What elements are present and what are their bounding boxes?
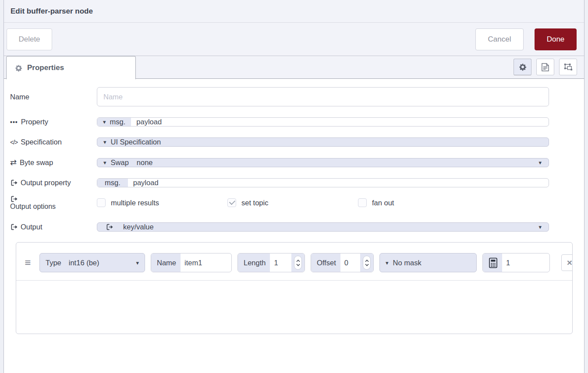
name-input[interactable]	[97, 87, 549, 106]
offset-spinner[interactable]	[360, 253, 373, 272]
sign-out-icon	[10, 223, 18, 231]
row-byte-swap: ⇄ Byte swap ▾ Swap none ▾	[10, 158, 584, 167]
property-label: ••• Property	[10, 118, 97, 126]
output-value: key/value	[123, 223, 154, 231]
remove-item-button[interactable]: ×	[561, 254, 573, 271]
close-icon: ×	[567, 257, 572, 268]
property-typedinput: ▾ msg. payload	[97, 117, 549, 127]
item-offset-field: Offset 0	[311, 253, 374, 272]
name-label: Name	[10, 93, 97, 101]
document-icon	[542, 63, 549, 71]
property-type-button[interactable]: ▾ msg.	[97, 118, 131, 126]
caret-down-icon: ▾	[103, 139, 106, 145]
set-topic-checkbox[interactable]	[227, 198, 236, 207]
row-name: Name	[10, 87, 584, 106]
gear-icon	[519, 63, 527, 71]
option-multiple-results: multiple results	[97, 198, 227, 207]
property-value-input[interactable]: payload	[131, 118, 167, 126]
code-icon: </>	[10, 139, 18, 146]
swap-arrows-icon: ⇄	[10, 158, 17, 167]
delete-button[interactable]: Delete	[7, 28, 52, 50]
item-scale-field: 1	[482, 253, 550, 272]
gear-icon	[15, 64, 22, 72]
caret-down-icon: ▾	[136, 260, 139, 266]
item-mask-value: No mask	[393, 259, 422, 267]
tab-properties[interactable]: Properties	[6, 56, 136, 79]
description-tool-button[interactable]	[536, 59, 554, 75]
chevron-down-icon	[296, 264, 300, 266]
sign-out-icon	[10, 195, 97, 203]
item-type-value: int16 (be)	[69, 259, 99, 267]
item-type-label: Type	[46, 259, 61, 267]
tab-tools	[514, 59, 577, 75]
output-options-label: Output options	[10, 195, 97, 211]
output-property-label: Output property	[10, 179, 97, 187]
item-offset-input[interactable]: 0	[340, 253, 360, 272]
item-name-input[interactable]: item1	[181, 253, 231, 272]
output-property-value-input[interactable]: payload	[128, 179, 164, 187]
option-set-topic: set topic	[227, 198, 358, 207]
appearance-tool-button[interactable]	[559, 59, 577, 75]
caret-down-icon: ▾	[538, 224, 542, 230]
item-length-input[interactable]: 1	[270, 253, 291, 272]
tray-header: Edit buffer-parser node	[4, 0, 584, 23]
byte-swap-value: none	[137, 158, 153, 167]
dialog-title: Edit buffer-parser node	[11, 7, 93, 16]
byte-swap-select[interactable]: ▾ Swap none ▾	[97, 158, 549, 167]
cancel-button[interactable]: Cancel	[475, 28, 524, 50]
fan-out-checkbox[interactable]	[358, 198, 367, 207]
items-list: ≡ Type int16 (be) ▾ Name item1 Length 1	[16, 242, 573, 334]
row-specification: </> Specification ▾ UI Specification	[10, 137, 584, 147]
byte-swap-label: ⇄ Byte swap	[10, 158, 97, 167]
multiple-results-checkbox[interactable]	[97, 198, 106, 207]
tab-bar: Properties	[4, 56, 584, 79]
tab-properties-label: Properties	[27, 63, 64, 72]
option-fan-out: fan out	[358, 198, 489, 207]
output-property-type-label: msg.	[105, 179, 120, 187]
item-scale-input[interactable]: 1	[502, 253, 549, 272]
sign-out-icon	[106, 223, 113, 231]
specification-select[interactable]: ▾ UI Specification	[97, 137, 549, 147]
caret-down-icon: ▾	[103, 160, 106, 165]
item-mask-select[interactable]: ▾ No mask	[379, 253, 477, 272]
length-spinner[interactable]	[291, 253, 305, 272]
byte-swap-prefix: Swap	[111, 158, 129, 167]
output-label: Output	[10, 223, 97, 231]
row-property: ••• Property ▾ msg. payload	[10, 117, 584, 127]
caret-down-icon: ▾	[103, 119, 106, 125]
row-output-property: Output property msg. payload	[10, 178, 584, 187]
item-type-select[interactable]: Type int16 (be) ▾	[39, 253, 145, 272]
item-name-label: Name	[151, 253, 181, 272]
done-button[interactable]: Done	[535, 28, 577, 50]
specification-label: </> Specification	[10, 138, 97, 146]
tray-toolbar: Delete Cancel Done	[4, 23, 584, 56]
specification-value: UI Specification	[111, 138, 161, 146]
item-length-field: Length 1	[237, 253, 305, 272]
properties-panel: Name ••• Property ▾ msg. payload	[4, 79, 584, 334]
calculator-icon	[483, 253, 502, 272]
caret-down-icon: ▾	[538, 160, 542, 165]
row-output: Output key/value ▾	[10, 222, 584, 232]
appearance-icon	[564, 63, 573, 71]
ellipsis-icon: •••	[10, 119, 18, 126]
item-row: ≡ Type int16 (be) ▾ Name item1 Length 1	[16, 243, 572, 281]
drag-handle-icon[interactable]: ≡	[22, 257, 34, 269]
item-offset-label: Offset	[311, 253, 340, 272]
row-output-options: Output options multiple results set topi…	[10, 198, 584, 207]
property-type-label: msg.	[110, 118, 126, 126]
output-select[interactable]: key/value ▾	[97, 222, 549, 232]
output-property-typedinput: msg. payload	[97, 178, 549, 187]
item-name-field: Name item1	[151, 253, 232, 272]
caret-down-icon: ▾	[386, 260, 389, 266]
item-length-label: Length	[238, 253, 270, 272]
output-property-type-button[interactable]: msg.	[97, 179, 128, 187]
chevron-down-icon	[365, 264, 369, 266]
chevron-up-icon	[296, 260, 300, 262]
properties-tool-button[interactable]	[514, 59, 531, 75]
chevron-up-icon	[365, 260, 369, 262]
edit-node-tray: Edit buffer-parser node Delete Cancel Do…	[4, 0, 584, 373]
sign-out-icon	[10, 179, 18, 186]
